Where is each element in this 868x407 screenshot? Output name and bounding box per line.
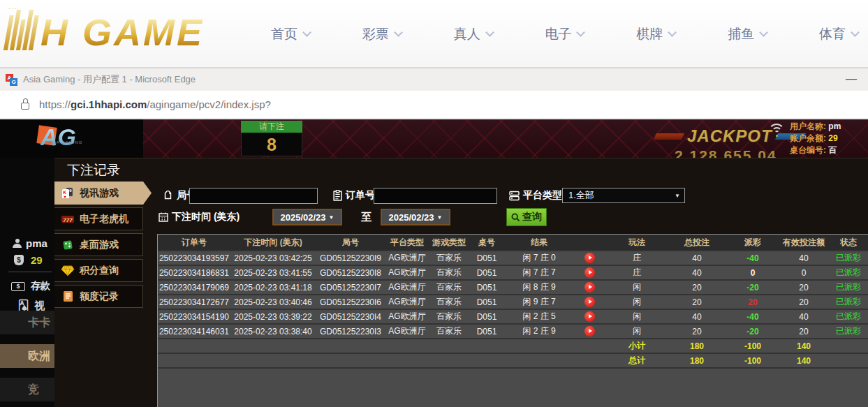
round-input[interactable] <box>189 188 318 204</box>
cell-status: 已派彩 <box>827 295 868 309</box>
filler-row <box>158 368 868 397</box>
lobby-category-label: 竞 <box>28 383 39 397</box>
ag-logo: AG <box>41 124 76 151</box>
total-cell-2 <box>316 353 385 368</box>
order-input[interactable] <box>374 188 497 204</box>
asia-gaming-favicon-icon: AG <box>6 74 17 86</box>
platform-select[interactable]: 1.全部 ▼ <box>562 188 685 203</box>
nav-item-1[interactable]: 彩票 <box>362 25 402 43</box>
cell-game: 百家乐 <box>429 280 469 295</box>
total-row: 总计180-100140 <box>158 353 868 368</box>
chevron-down-icon <box>485 28 494 37</box>
cell-play <box>574 265 605 280</box>
cell-payout: -20 <box>725 324 781 339</box>
table-number-label: 桌台编号: <box>790 145 826 155</box>
lobby-balance-text: 29 <box>31 254 43 266</box>
total-cell-6 <box>504 353 574 368</box>
subtotal-cell-8: 小计 <box>605 339 669 353</box>
svg-text:♥: ♥ <box>64 194 66 198</box>
date-from-value: 2025/02/23 <box>281 212 326 223</box>
cell-valid: 20 <box>781 295 827 309</box>
url-text[interactable]: https://gci.1hhapi.com/agingame/pcv2/ind… <box>39 98 271 110</box>
table-row: 2502230341726772025-02-23 03:40:46GD0512… <box>158 295 868 309</box>
cell-play: 庄 <box>605 251 669 265</box>
nav-item-5[interactable]: 捕鱼 <box>728 25 767 43</box>
wifi-icon <box>767 124 786 138</box>
browser-urlbar[interactable]: https://gci.1hhapi.com/agingame/pcv2/ind… <box>0 91 868 118</box>
subtotal-cell-1 <box>230 339 316 353</box>
lobby-username-text: pma <box>26 237 47 249</box>
nav-item-label: 棋牌 <box>636 25 663 43</box>
platform-icon <box>509 191 520 201</box>
play-video-button[interactable] <box>584 297 595 307</box>
cell-platform: AG欧洲厅 <box>385 280 429 295</box>
jackpot-label: JACKPOT <box>687 126 772 146</box>
ag-logo-subtext: ASIA GAMING <box>47 140 82 145</box>
cell-result: 闲 9 庄 7 <box>504 295 574 309</box>
subtotal-cell-0 <box>158 339 230 353</box>
nav-item-label: 电子 <box>545 25 571 43</box>
cell-order: 250223034193597 <box>158 251 230 265</box>
cell-result: 闲 7 庄 0 <box>504 251 574 265</box>
nav-item-0[interactable]: 首页 <box>271 25 310 43</box>
play-video-button[interactable] <box>584 253 595 263</box>
cell-bet: 20 <box>669 295 725 309</box>
lock-icon <box>21 103 29 110</box>
minimize-button[interactable]: — <box>846 68 857 91</box>
column-header-10: 派彩 <box>725 235 781 251</box>
cell-platform: AG欧洲厅 <box>385 309 429 324</box>
chevron-down-icon <box>302 28 311 37</box>
cell-play: 闲 <box>605 324 669 339</box>
ag-logo-text: AG <box>41 124 76 150</box>
cell-game: 百家乐 <box>429 324 469 339</box>
menu-item-0[interactable]: 9K♥视讯游戏 <box>54 182 152 205</box>
nav-item-2[interactable]: 真人 <box>454 25 493 43</box>
cell-valid: 40 <box>781 251 827 265</box>
cell-time: 2025-02-23 03:41:55 <box>230 265 316 280</box>
nav-item-3[interactable]: 电子 <box>545 25 584 43</box>
cell-bet: 40 <box>669 265 725 280</box>
cell-payout: -40 <box>725 309 781 324</box>
nav-item-4[interactable]: 棋牌 <box>636 25 675 43</box>
date-to-select[interactable]: 2025/02/23 ▼ <box>381 209 450 225</box>
cell-play: 庄 <box>605 265 669 280</box>
play-video-button[interactable] <box>584 282 595 293</box>
total-cell-8: 总计 <box>605 353 669 368</box>
subtotal-cell-5 <box>469 339 504 353</box>
browser-titlebar: AG Asia Gaming - 用户配置 1 - Microsoft Edge… <box>0 68 868 91</box>
chevron-down-icon <box>851 28 860 37</box>
table-header-row: 订单号下注时间 (美东)局号平台类型游戏类型桌号结果玩法总投注派彩有效投注额状态… <box>158 235 868 251</box>
total-cell-12 <box>827 353 868 368</box>
column-header-6: 结果 <box>504 235 574 251</box>
cell-result: 闲 2 庄 9 <box>504 324 574 339</box>
balance-value: 29 <box>828 133 837 143</box>
menu-item-2[interactable]: 桌面游戏 <box>54 233 143 256</box>
deposit-label: 存款 <box>31 280 50 293</box>
modal-title: 下注记录 <box>54 158 868 182</box>
cell-table: D051 <box>469 251 504 265</box>
cell-payout: -20 <box>725 280 781 295</box>
menu-item-label: 视讯游戏 <box>80 187 119 200</box>
username-value: pm <box>828 121 841 131</box>
divider <box>8 272 52 272</box>
cell-round: GD051252230I6 <box>316 295 385 309</box>
cell-table: D051 <box>469 309 504 324</box>
menu-item-4[interactable]: 额度记录 <box>54 285 143 308</box>
subtotal-cell-11: 140 <box>781 339 827 353</box>
table-number-value: 百 <box>828 145 837 155</box>
date-from-select[interactable]: 2025/02/23 ▼ <box>272 209 342 225</box>
cell-valid: 40 <box>781 309 827 324</box>
play-video-button[interactable] <box>584 326 595 336</box>
menu-item-1[interactable]: 777电子老虎机 <box>54 207 143 230</box>
cell-round: GD051252230I8 <box>316 265 385 280</box>
bet-countdown: 请下注 8 <box>241 121 302 156</box>
main-nav: 首页彩票真人电子棋牌捕鱼体育 <box>271 0 858 68</box>
play-video-button[interactable] <box>584 267 595 278</box>
play-video-button[interactable] <box>584 311 595 322</box>
cell-order: 250223034179069 <box>158 280 230 295</box>
menu-item-3[interactable]: 积分查询 <box>54 259 143 282</box>
nav-item-6[interactable]: 体育 <box>819 25 858 43</box>
cell-play: 闲 <box>605 280 669 295</box>
query-button[interactable]: 查询 <box>506 208 547 226</box>
menu-item-label: 额度记录 <box>80 290 119 303</box>
